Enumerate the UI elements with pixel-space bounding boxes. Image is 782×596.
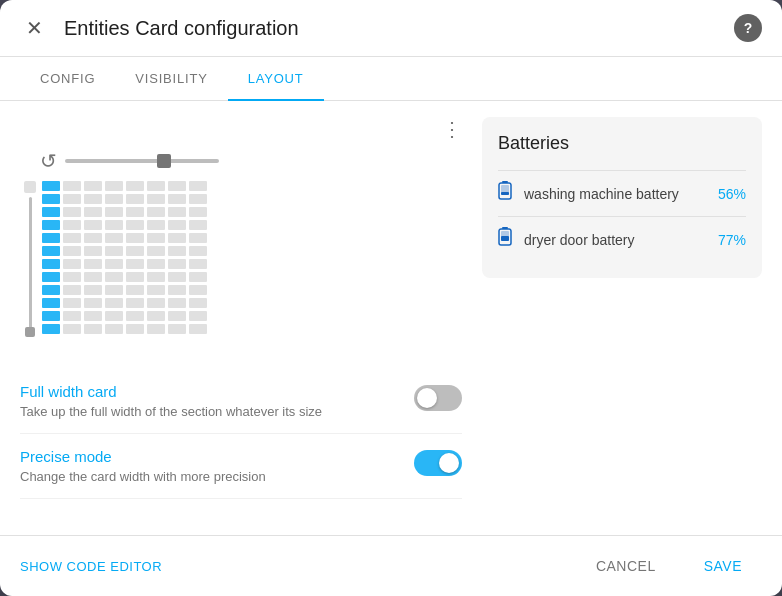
grid-cell <box>84 324 102 334</box>
grid-cell <box>105 259 123 269</box>
grid-col-5 <box>126 181 144 334</box>
tab-visibility[interactable]: VISIBILITY <box>115 57 227 100</box>
precise-mode-toggle[interactable] <box>414 450 462 476</box>
grid-cell <box>63 272 81 282</box>
grid-cell <box>189 220 207 230</box>
v-slider-thumb <box>25 327 35 337</box>
grid-cell <box>105 181 123 191</box>
grid-cell <box>168 272 186 282</box>
grid-cell <box>168 246 186 256</box>
grid-cell <box>189 181 207 191</box>
layout-widget: ↺ <box>20 149 462 337</box>
battery-pct-2: 77% <box>718 232 746 248</box>
battery-name-1: washing machine battery <box>524 186 706 202</box>
setting-precise-mode: Precise mode Change the card width with … <box>20 434 462 499</box>
grid-cell <box>147 259 165 269</box>
grid-cell <box>168 285 186 295</box>
battery-pct-1: 56% <box>718 186 746 202</box>
grid-cell <box>189 272 207 282</box>
battery-name-2: dryer door battery <box>524 232 706 248</box>
grid-cell <box>147 181 165 191</box>
batteries-card: Batteries washing machine battery 56% <box>482 117 762 278</box>
svg-rect-3 <box>501 192 509 195</box>
grid-cell <box>105 272 123 282</box>
three-dot-button[interactable]: ⋮ <box>442 117 462 141</box>
grid-cell <box>126 246 144 256</box>
save-button[interactable]: SAVE <box>684 550 762 582</box>
grid-cell <box>63 311 81 321</box>
grid-cell <box>147 285 165 295</box>
grid-cell <box>63 207 81 217</box>
v-slider-top <box>24 181 36 193</box>
grid-cell <box>84 220 102 230</box>
setting-precise-mode-desc: Change the card width with more precisio… <box>20 469 414 484</box>
setting-precise-mode-label: Precise mode <box>20 448 414 465</box>
grid-cell <box>63 246 81 256</box>
grid-cell <box>147 324 165 334</box>
grid-cell <box>126 207 144 217</box>
settings-section: Full width card Take up the full width o… <box>20 361 462 507</box>
grid-cell <box>168 220 186 230</box>
cancel-button[interactable]: CANCEL <box>576 550 676 582</box>
footer-actions: CANCEL SAVE <box>576 550 762 582</box>
grid-cell <box>105 233 123 243</box>
horizontal-slider[interactable] <box>65 159 219 163</box>
batteries-title: Batteries <box>498 133 746 154</box>
v-slider-track <box>29 197 32 337</box>
show-code-editor-button[interactable]: SHOW CODE EDITOR <box>20 559 162 574</box>
grid-cell <box>168 324 186 334</box>
toggle-thumb <box>439 453 459 473</box>
grid-col-1 <box>42 181 60 334</box>
setting-full-width: Full width card Take up the full width o… <box>20 369 462 434</box>
grid-cell <box>147 246 165 256</box>
grid-cell <box>126 298 144 308</box>
grid-cell <box>42 246 60 256</box>
grid-cell <box>84 194 102 204</box>
tab-config[interactable]: CONFIG <box>20 57 115 100</box>
grid-cell <box>189 298 207 308</box>
svg-rect-7 <box>501 236 509 241</box>
grid-cell <box>147 311 165 321</box>
toggle-thumb <box>417 388 437 408</box>
right-panel: Batteries washing machine battery 56% <box>482 117 762 519</box>
grid-cell <box>42 324 60 334</box>
grid-cell <box>42 220 60 230</box>
grid-cell <box>147 220 165 230</box>
grid-cell <box>42 311 60 321</box>
grid-cell <box>168 181 186 191</box>
grid-cell <box>63 194 81 204</box>
grid-layout-area <box>20 181 207 337</box>
grid-cell <box>189 207 207 217</box>
full-width-toggle[interactable] <box>414 385 462 411</box>
grid-cell <box>189 285 207 295</box>
grid-cell <box>168 298 186 308</box>
battery-icon-1 <box>498 181 512 206</box>
dialog-body: ⋮ ↺ <box>0 101 782 535</box>
grid-cell <box>168 311 186 321</box>
grid-cell <box>189 259 207 269</box>
vertical-slider[interactable] <box>24 181 36 337</box>
grid-cell <box>84 233 102 243</box>
grid-cell <box>189 246 207 256</box>
battery-item-1: washing machine battery 56% <box>498 170 746 216</box>
layout-top-row: ↺ <box>20 149 219 173</box>
battery-icon-2 <box>498 227 512 252</box>
close-button[interactable]: ✕ <box>20 14 48 42</box>
grid-col-3 <box>84 181 102 334</box>
dialog-footer: SHOW CODE EDITOR CANCEL SAVE <box>0 535 782 596</box>
grid-cell <box>126 285 144 295</box>
grid-cell <box>42 207 60 217</box>
grid-cell <box>84 246 102 256</box>
grid-cell <box>63 259 81 269</box>
tab-layout[interactable]: LAYOUT <box>228 57 324 100</box>
grid-cell <box>189 233 207 243</box>
grid-cell <box>84 259 102 269</box>
grid-cell <box>126 194 144 204</box>
grid-cell <box>147 207 165 217</box>
help-button[interactable]: ? <box>734 14 762 42</box>
grid-cell <box>147 194 165 204</box>
grid-cell <box>105 220 123 230</box>
grid-cell <box>84 272 102 282</box>
grid-col-7 <box>168 181 186 334</box>
reset-icon[interactable]: ↺ <box>40 149 57 173</box>
